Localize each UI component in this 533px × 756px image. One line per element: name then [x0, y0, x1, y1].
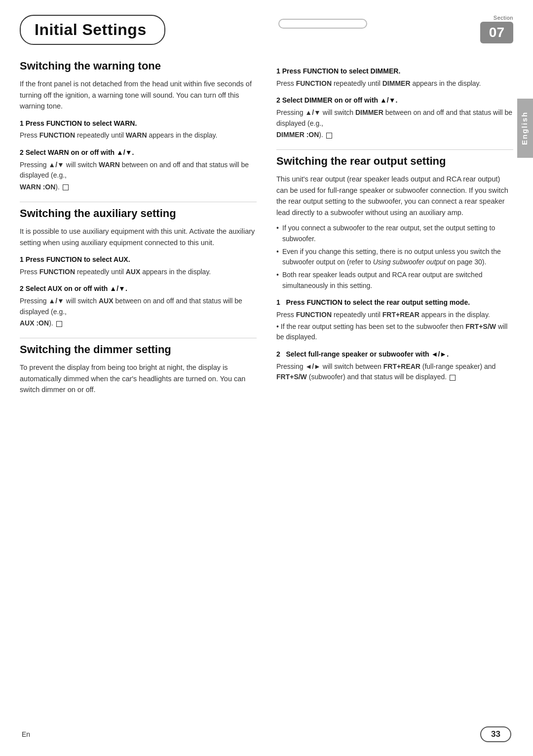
dimmer-step1-body: Press FUNCTION repeatedly until DIMMER a… — [276, 78, 513, 89]
auxiliary-step1-body: Press FUNCTION repeatedly until AUX appe… — [20, 267, 257, 278]
auxiliary-step2-body: Pressing ▲/▼ will switch AUX between on … — [20, 296, 257, 317]
auxiliary-step2-result: AUX :ON). — [20, 318, 257, 329]
footer-lang: En — [22, 730, 30, 738]
dimmer-step2-result: DIMMER :ON). — [276, 130, 513, 141]
warning-step2-result: WARN :ON). — [20, 182, 257, 193]
rear-bullet-3: Both rear speaker leads output and RCA r… — [276, 270, 513, 291]
warning-tone-title: Switching the warning tone — [20, 60, 257, 72]
warning-step2-heading: 2 Select WARN on or off with ▲/▼. — [20, 148, 257, 158]
auxiliary-body: It is possible to use auxiliary equipmen… — [20, 226, 257, 248]
footer-page: 33 — [480, 726, 511, 742]
square-icon-4 — [450, 375, 456, 381]
section-auxiliary: Switching the auxiliary setting It is po… — [20, 207, 257, 329]
section-warning-tone: Switching the warning tone If the front … — [20, 60, 257, 193]
footer: En 33 — [0, 726, 533, 742]
sidebar-language: English — [517, 99, 533, 158]
header-left: Initial Settings — [20, 15, 165, 45]
section-label: Section — [494, 15, 513, 21]
rear-bullet-1: If you connect a subwoofer to the rear o… — [276, 223, 513, 244]
header-tab-right — [278, 19, 367, 29]
dimmer-body: To prevent the display from being too br… — [20, 362, 257, 395]
rear-step2-body: Pressing ◄/► will switch between FRT+REA… — [276, 361, 513, 383]
rear-step1-heading: 1 Press FUNCTION to select the rear outp… — [276, 298, 513, 308]
main-content: Switching the warning tone If the front … — [0, 50, 533, 410]
rear-output-title: Switching the rear output setting — [276, 155, 513, 168]
warning-tone-body: If the front panel is not detached from … — [20, 78, 257, 111]
dimmer-step2-heading: 2 Select DIMMER on or off with ▲/▼. — [276, 96, 513, 106]
warning-step1-body: Press FUNCTION repeatedly until WARN app… — [20, 130, 257, 141]
col-left: Switching the warning tone If the front … — [20, 60, 257, 400]
section-rear-output: Switching the rear output setting This u… — [276, 155, 513, 383]
rear-step1-body: Press FUNCTION repeatedly until FRT+REAR… — [276, 310, 513, 321]
warning-step1-heading: 1 Press FUNCTION to select WARN. — [20, 119, 257, 129]
dimmer-title: Switching the dimmer setting — [20, 343, 257, 356]
square-icon-2 — [56, 321, 62, 327]
dimmer-step2-body: Pressing ▲/▼ will switch DIMMER between … — [276, 108, 513, 129]
page-title: Initial Settings — [20, 15, 165, 45]
rear-step1-note: • If the rear output setting has been se… — [276, 322, 513, 343]
divider-1 — [20, 202, 257, 202]
square-icon — [63, 184, 69, 190]
section-number: 07 — [480, 22, 513, 43]
dimmer-steps: 1 Press FUNCTION to select DIMMER. Press… — [276, 67, 513, 141]
dimmer-step1-heading: 1 Press FUNCTION to select DIMMER. — [276, 67, 513, 76]
auxiliary-title: Switching the auxiliary setting — [20, 207, 257, 220]
auxiliary-step2-heading: 2 Select AUX on or off with ▲/▼. — [20, 284, 257, 294]
header-right: Section 07 — [480, 15, 513, 43]
divider-2 — [20, 338, 257, 338]
rear-bullet-2: Even if you change this setting, there i… — [276, 247, 513, 268]
rear-output-body: This unit's rear output (rear speaker le… — [276, 174, 513, 218]
page: Initial Settings Section 07 English Swit… — [0, 0, 533, 756]
col-right: 1 Press FUNCTION to select DIMMER. Press… — [276, 60, 513, 400]
rear-step2-heading: 2 Select full-range speaker or subwoofer… — [276, 350, 513, 360]
divider-3 — [276, 149, 513, 150]
square-icon-3 — [326, 133, 332, 139]
header: Initial Settings Section 07 — [0, 0, 533, 50]
warning-step2-body: Pressing ▲/▼ will switch WARN between on… — [20, 160, 257, 181]
auxiliary-step1-heading: 1 Press FUNCTION to select AUX. — [20, 255, 257, 265]
section-dimmer: Switching the dimmer setting To prevent … — [20, 343, 257, 396]
